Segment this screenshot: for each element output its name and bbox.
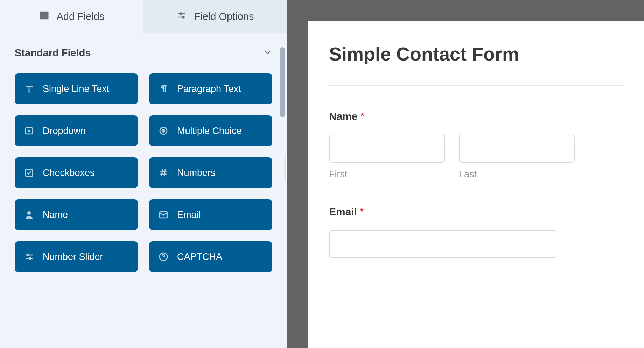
section-header-standard[interactable]: Standard Fields bbox=[15, 47, 272, 59]
svg-line-15 bbox=[164, 169, 166, 176]
field-label: Paragraph Text bbox=[177, 84, 241, 94]
form-title: Simple Contact Form bbox=[329, 44, 623, 64]
divider bbox=[329, 85, 623, 86]
sliders-icon bbox=[177, 10, 187, 23]
svg-point-19 bbox=[27, 254, 29, 256]
hash-icon bbox=[158, 168, 169, 178]
svg-point-16 bbox=[27, 211, 31, 215]
sliders-icon bbox=[24, 251, 34, 262]
field-block-name: Name * First Last bbox=[329, 111, 623, 180]
field-single-line-text[interactable]: Single Line Text bbox=[15, 73, 138, 104]
first-name-col: First bbox=[329, 135, 445, 180]
label-name: Name * bbox=[329, 111, 623, 122]
label-email: Email * bbox=[329, 206, 623, 218]
name-row: First Last bbox=[329, 135, 507, 180]
field-name[interactable]: Name bbox=[15, 199, 138, 230]
svg-point-21 bbox=[29, 258, 31, 260]
first-name-input[interactable] bbox=[329, 135, 445, 163]
field-checkboxes[interactable]: Checkboxes bbox=[15, 157, 138, 188]
email-input[interactable] bbox=[329, 230, 556, 258]
field-multiple-choice[interactable]: Multiple Choice bbox=[149, 115, 272, 146]
fields-section: Standard Fields Single Line Text Paragra… bbox=[0, 33, 287, 348]
svg-point-7 bbox=[182, 16, 184, 18]
field-block-email: Email * bbox=[329, 206, 623, 258]
app-root: Add Fields Field Options Standard Fields… bbox=[0, 0, 644, 348]
svg-point-10 bbox=[162, 129, 165, 132]
paragraph-icon bbox=[158, 84, 169, 94]
field-label: Single Line Text bbox=[43, 84, 109, 94]
tab-field-options[interactable]: Field Options bbox=[144, 0, 287, 33]
field-label: CAPTCHA bbox=[177, 251, 222, 262]
svg-rect-8 bbox=[26, 128, 33, 134]
first-sublabel: First bbox=[329, 169, 445, 180]
field-number-slider[interactable]: Number Slider bbox=[15, 241, 138, 272]
svg-rect-11 bbox=[26, 169, 33, 176]
svg-point-5 bbox=[180, 13, 181, 14]
last-name-input[interactable] bbox=[459, 135, 575, 163]
text-cursor-icon bbox=[24, 84, 34, 94]
last-name-col: Last bbox=[459, 135, 575, 180]
radio-icon bbox=[158, 126, 169, 136]
field-label: Email bbox=[177, 209, 201, 220]
form-preview-area: Simple Contact Form Name * First Last bbox=[287, 0, 644, 348]
field-label: Name bbox=[43, 209, 68, 220]
svg-line-14 bbox=[162, 169, 163, 176]
scrollbar-thumb[interactable] bbox=[280, 47, 285, 117]
tab-add-fields-label: Add Fields bbox=[56, 11, 104, 22]
tab-field-options-label: Field Options bbox=[194, 11, 254, 22]
tab-list: Add Fields Field Options bbox=[0, 0, 287, 33]
chevron-down-icon bbox=[263, 48, 272, 58]
form-list-icon bbox=[39, 10, 49, 23]
required-asterisk: * bbox=[360, 111, 364, 121]
field-label: Numbers bbox=[177, 168, 216, 178]
last-sublabel: Last bbox=[459, 169, 575, 180]
required-asterisk: * bbox=[360, 206, 363, 216]
field-paragraph-text[interactable]: Paragraph Text bbox=[149, 73, 272, 104]
field-label: Multiple Choice bbox=[177, 126, 242, 136]
sidebar-panel: Add Fields Field Options Standard Fields… bbox=[0, 0, 287, 348]
person-icon bbox=[24, 209, 34, 220]
field-label: Dropdown bbox=[43, 126, 86, 136]
field-dropdown[interactable]: Dropdown bbox=[15, 115, 138, 146]
fields-grid: Single Line Text Paragraph Text Dropdown… bbox=[15, 73, 272, 272]
checkbox-icon bbox=[24, 168, 34, 178]
field-numbers[interactable]: Numbers bbox=[149, 157, 272, 188]
dropdown-icon bbox=[24, 126, 34, 136]
question-circle-icon bbox=[158, 251, 169, 262]
field-email[interactable]: Email bbox=[149, 199, 272, 230]
tab-add-fields[interactable]: Add Fields bbox=[0, 0, 144, 33]
envelope-icon bbox=[158, 209, 169, 220]
form-card: Simple Contact Form Name * First Last bbox=[308, 21, 644, 348]
section-title-standard: Standard Fields bbox=[15, 47, 91, 59]
field-captcha[interactable]: CAPTCHA bbox=[149, 241, 272, 272]
field-label: Number Slider bbox=[43, 251, 103, 262]
field-label: Checkboxes bbox=[43, 168, 95, 178]
